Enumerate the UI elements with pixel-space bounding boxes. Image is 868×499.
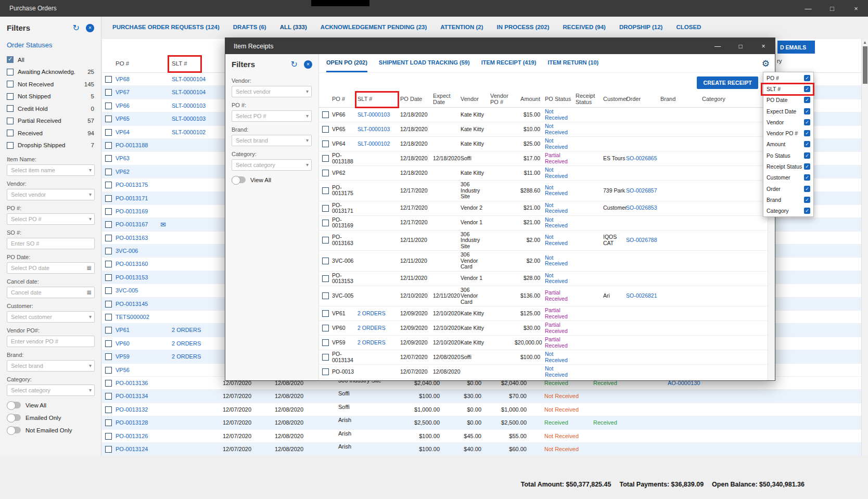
row-checkbox[interactable] [105,314,112,321]
order-status-filter[interactable]: Credit Hold 0 [7,103,94,115]
filter-input[interactable] [232,135,312,146]
status-checkbox[interactable] [7,105,14,112]
row-checkbox[interactable] [322,354,329,361]
slt-link[interactable]: 2 ORDERS [358,325,400,331]
toggle-switch[interactable] [232,176,246,183]
row-checkbox[interactable] [105,169,112,175]
gear-icon[interactable]: ⚙ [762,58,770,69]
row-checkbox[interactable] [105,221,112,228]
row-checkbox[interactable] [105,195,112,202]
column-header-vendor[interactable]: Vendor [461,96,490,102]
po-link[interactable]: VP56 [116,367,130,373]
po-tab[interactable]: CLOSED [676,17,701,39]
status-checkbox[interactable] [7,130,14,136]
row-checkbox[interactable] [105,327,112,334]
table-row[interactable]: VP66 SLT-0000103 12/18/2020 Kate Kitty $… [319,108,768,122]
po-link[interactable]: PO-0013134 [116,393,148,399]
checkbox-checked-icon[interactable]: ✓ [804,97,810,103]
row-checkbox[interactable] [105,433,112,440]
minimize-button[interactable]: — [796,0,820,17]
po-link[interactable]: PO-0013136 [116,380,148,386]
dialog-tab[interactable]: ITEM RECEIPT (419) [481,54,537,72]
po-tab[interactable]: DROPSHIP (12) [619,17,663,39]
status-checkbox[interactable] [7,93,14,100]
filter-input[interactable] [7,360,95,372]
row-checkbox[interactable] [322,205,329,212]
table-row[interactable]: PO-0013126 12/07/2020 12/08/2020 Arish $… [102,430,861,443]
row-checkbox[interactable] [105,235,112,241]
table-row[interactable]: VP61 2 ORDERS 12/09/2020 12/10/2020 Kate… [319,306,768,321]
slt-link[interactable]: SLT-0000102 [172,129,206,135]
send-emails-button[interactable]: D EMAILS [777,41,815,54]
dialog-tab[interactable]: OPEN PO (202) [326,54,367,72]
dialog-close-button[interactable]: × [752,38,775,54]
table-row[interactable]: VP60 2 ORDERS 12/09/2020 12/10/2020 Kate… [319,321,768,336]
table-row[interactable]: PO-0013134 12/07/2020 12/08/2020 Soffi $… [102,390,861,403]
column-option[interactable]: Receipt Status ✓ [763,161,813,172]
row-checkbox[interactable] [105,353,112,360]
row-checkbox[interactable] [105,340,112,347]
row-checkbox[interactable] [322,325,329,331]
dialog-tab[interactable]: ITEM RETURN (10) [547,54,598,72]
po-tab[interactable]: RECEIVED (94) [563,17,606,39]
po-link[interactable]: TETS000002 [116,314,149,320]
filter-input[interactable] [7,238,95,249]
scrollbar-thumb[interactable] [863,46,867,84]
filter-input[interactable] [7,287,95,298]
po-tab[interactable]: ACKNOWLEDGEMENT PENDING (23) [321,17,427,39]
po-link[interactable]: PO-0013169 [116,208,148,214]
po-link[interactable]: PO-0013145 [116,301,148,307]
po-link[interactable]: VP66 [116,103,130,109]
close-button[interactable]: × [844,0,868,17]
column-header-po-date[interactable]: PO Date [400,96,433,102]
po-link[interactable]: VP65 [116,116,130,122]
table-row[interactable]: VP65 SLT-0000103 12/18/2020 Kate Kitty $… [319,122,768,137]
status-checkbox[interactable] [7,69,14,75]
column-header-po[interactable]: PO # [332,96,358,102]
column-option[interactable]: Amount ✓ [763,139,813,150]
row-checkbox[interactable] [322,111,329,118]
filter-input[interactable] [7,336,95,347]
filter-input[interactable] [232,86,312,97]
table-row[interactable]: PO-0013128 12/07/2020 12/08/2020 Arish $… [102,416,861,429]
row-checkbox[interactable] [105,142,112,149]
row-checkbox[interactable] [105,274,112,281]
po-link[interactable]: PO-0013167 [116,221,148,227]
po-tab[interactable]: ATTENTION (2) [440,17,483,39]
table-row[interactable]: PO-0013163 12/11/2020 306 Industry Site … [319,231,768,251]
slt-link[interactable]: SLT-0000104 [172,89,206,95]
filter-input[interactable] [7,262,95,274]
po-link[interactable]: 3VC-006 [116,248,138,254]
po-link[interactable]: PO-0013126 [116,433,148,439]
row-checkbox[interactable] [105,155,112,162]
column-header-amount[interactable]: Amount [515,96,543,102]
table-row[interactable]: PO-0013169 12/17/2020 Vendor 1 $21.00 No… [319,216,768,231]
refresh-icon[interactable]: ↻ [73,23,80,33]
filter-input[interactable] [7,311,95,323]
po-link[interactable]: PO-0013175 [116,182,148,188]
po-link[interactable]: PO-0013124 [116,446,148,452]
row-checkbox[interactable] [322,258,329,264]
filter-input[interactable] [7,385,95,396]
filter-input[interactable] [232,159,312,171]
po-tab[interactable]: DRAFTS (6) [233,17,266,39]
checkbox-checked-icon[interactable]: ✓ [804,108,810,114]
row-checkbox[interactable] [105,248,112,254]
column-header-po-status[interactable]: PO Status [543,96,575,102]
checkbox-checked-icon[interactable]: ✓ [804,152,810,159]
row-checkbox[interactable] [322,275,329,282]
table-row[interactable]: VP62 12/18/2020 Kate Kitty $11.00 Not Re… [319,166,768,181]
po-tab[interactable]: IN PROCESS (202) [497,17,550,39]
dialog-minimize-button[interactable]: — [706,38,729,54]
row-checkbox[interactable] [105,182,112,188]
row-checkbox[interactable] [105,419,112,426]
slt-link[interactable]: SLT-0000103 [358,126,400,133]
slt-link[interactable]: SLT-0000104 [172,76,206,82]
slt-link[interactable]: SLT-0000103 [172,116,206,122]
po-link[interactable]: PO-0013160 [116,261,148,267]
row-checkbox[interactable] [105,367,112,374]
po-tab[interactable]: ALL (333) [280,17,307,39]
checkbox-checked-icon[interactable]: ✓ [804,130,810,136]
row-checkbox[interactable] [322,126,329,133]
column-header-expect-date[interactable]: Expect Date [433,93,461,105]
